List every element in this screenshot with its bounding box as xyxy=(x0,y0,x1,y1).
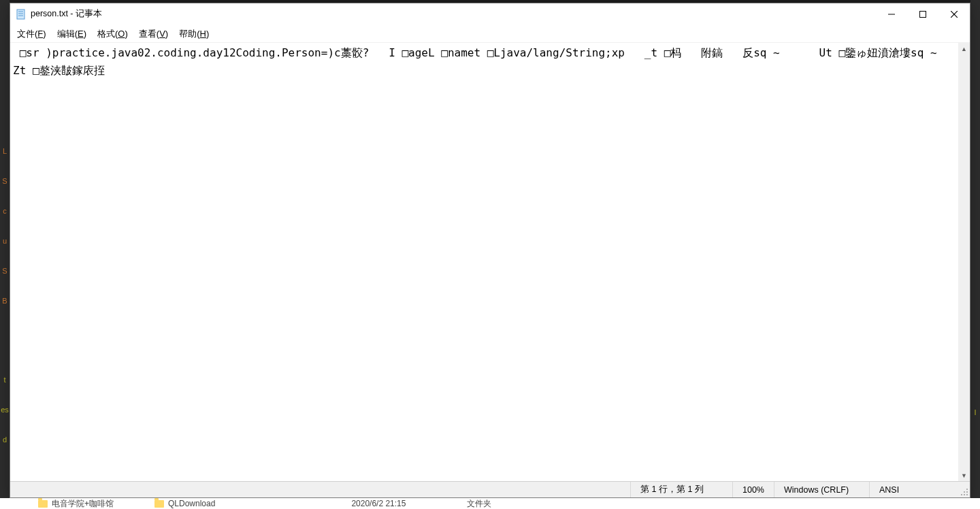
text-content[interactable]: □sr )practice.java02.coding.day12Coding.… xyxy=(10,43,958,481)
status-eol: Windows (CRLF) xyxy=(774,482,869,497)
svg-point-8 xyxy=(966,489,968,490)
svg-rect-0 xyxy=(17,10,24,19)
close-button[interactable] xyxy=(938,3,970,25)
svg-point-10 xyxy=(966,491,968,493)
close-icon xyxy=(951,11,958,18)
title-bar[interactable]: person.txt - 记事本 xyxy=(10,3,970,25)
notepad-window: person.txt - 记事本 文件(F) 编辑(E) 格式(O) 查看(V)… xyxy=(10,3,970,498)
status-bar: 第 1 行，第 1 列 100% Windows (CRLF) ANSI xyxy=(10,481,970,497)
status-zoom: 100% xyxy=(732,482,774,497)
folder-icon xyxy=(154,500,164,508)
svg-point-12 xyxy=(964,494,965,495)
scroll-down-icon[interactable]: ▼ xyxy=(958,470,970,481)
window-title: person.txt - 记事本 xyxy=(31,8,102,20)
scroll-up-icon[interactable]: ▲ xyxy=(958,43,970,54)
minimize-button[interactable] xyxy=(876,3,907,25)
explorer-date: 2020/6/2 21:15 xyxy=(351,499,406,508)
vertical-scrollbar[interactable]: ▲ ▼ xyxy=(958,43,970,481)
resize-grip-icon[interactable] xyxy=(958,482,970,497)
menu-bar: 文件(F) 编辑(E) 格式(O) 查看(V) 帮助(H) xyxy=(10,25,970,43)
status-encoding: ANSI xyxy=(869,482,958,497)
background-ide-left: LScuSB tesd xyxy=(0,0,10,509)
menu-file[interactable]: 文件(F) xyxy=(12,26,52,42)
explorer-type: 文件夹 xyxy=(467,498,491,509)
explorer-item-1[interactable]: 电音学院+咖啡馆 xyxy=(52,498,114,509)
editor-area: □sr )practice.java02.coding.day12Coding.… xyxy=(10,43,970,481)
minimize-icon xyxy=(888,11,895,18)
menu-format[interactable]: 格式(O) xyxy=(92,26,133,42)
explorer-item-2[interactable]: QLDownload xyxy=(168,499,215,508)
menu-view[interactable]: 查看(V) xyxy=(133,26,174,42)
background-ide-right: I xyxy=(970,0,980,509)
maximize-icon xyxy=(919,11,926,18)
explorer-strip: 电音学院+咖啡馆 QLDownload 2020/6/2 21:15 文件夹 xyxy=(0,498,980,509)
svg-point-11 xyxy=(961,494,962,495)
svg-rect-5 xyxy=(920,11,926,17)
notepad-icon xyxy=(16,9,27,20)
menu-help[interactable]: 帮助(H) xyxy=(174,26,214,42)
maximize-button[interactable] xyxy=(907,3,938,25)
svg-point-13 xyxy=(966,494,968,495)
folder-icon xyxy=(38,500,48,508)
status-position: 第 1 行，第 1 列 xyxy=(630,482,732,497)
menu-edit[interactable]: 编辑(E) xyxy=(52,26,92,42)
svg-point-9 xyxy=(964,491,965,493)
